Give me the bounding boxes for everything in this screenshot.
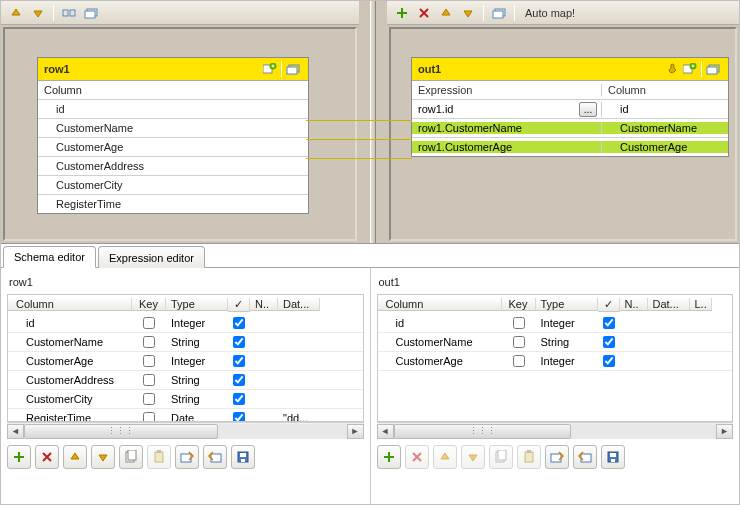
tab-schema-editor[interactable]: Schema editor — [3, 246, 96, 268]
nullable-checkbox[interactable] — [233, 374, 245, 386]
cell-check[interactable] — [228, 374, 250, 386]
tab-expression-editor[interactable]: Expression editor — [98, 246, 205, 268]
grid-row[interactable]: RegisterTimeDate"dd... — [8, 409, 363, 421]
cell-check[interactable] — [228, 412, 250, 421]
expression-cell[interactable]: row1.CustomerName — [412, 122, 602, 134]
cell-type[interactable]: String — [166, 336, 228, 348]
move-down-button[interactable] — [91, 445, 115, 469]
grid-row[interactable]: CustomerAddressString — [8, 371, 363, 390]
cell-check[interactable] — [228, 317, 250, 329]
auto-map-button[interactable]: Auto map! — [521, 7, 579, 19]
cell-key[interactable] — [132, 317, 166, 329]
h-scrollbar[interactable]: ◄ ⋮⋮⋮ ► — [377, 422, 734, 439]
col-dat[interactable]: Dat... — [648, 298, 690, 311]
output-mapping-row[interactable]: row1.id...id — [412, 99, 728, 118]
cell-check[interactable] — [228, 355, 250, 367]
add-column-icon[interactable] — [261, 60, 279, 78]
scroll-thumb[interactable]: ⋮⋮⋮ — [24, 424, 218, 439]
delete-button[interactable] — [35, 445, 59, 469]
cell-key[interactable] — [132, 374, 166, 386]
cell-key[interactable] — [502, 355, 536, 367]
col-dat[interactable]: Dat... — [278, 298, 320, 311]
scroll-track[interactable]: ⋮⋮⋮ — [394, 424, 717, 439]
cell-check[interactable] — [598, 355, 620, 367]
nullable-checkbox[interactable] — [233, 336, 245, 348]
input-column-row[interactable]: id — [38, 99, 308, 118]
expression-cell[interactable]: row1.CustomerAge — [412, 141, 602, 153]
box-restore-icon[interactable] — [284, 60, 302, 78]
key-checkbox[interactable] — [143, 336, 155, 348]
col-column[interactable]: Column — [378, 298, 502, 311]
copy-button[interactable] — [119, 445, 143, 469]
output-mapping-row[interactable]: row1.CustomerNameCustomerName — [412, 118, 728, 137]
cell-type[interactable]: Integer — [536, 317, 598, 329]
cell-check[interactable] — [598, 317, 620, 329]
input-canvas[interactable]: row1 Column idCustomerNameCustomerAgeCus… — [3, 27, 357, 241]
nullable-checkbox[interactable] — [233, 393, 245, 405]
add-button[interactable] — [7, 445, 31, 469]
input-column-row[interactable]: CustomerName — [38, 118, 308, 137]
cell-key[interactable] — [502, 317, 536, 329]
input-column-row[interactable]: CustomerCity — [38, 175, 308, 194]
cell-key[interactable] — [132, 393, 166, 405]
input-column-row[interactable]: RegisterTime — [38, 194, 308, 213]
minimize-icon[interactable] — [60, 4, 78, 22]
cell-key[interactable] — [132, 412, 166, 421]
grid-row[interactable]: CustomerNameString — [8, 333, 363, 352]
cell-type[interactable]: String — [166, 393, 228, 405]
column-cell[interactable]: CustomerName — [602, 122, 728, 134]
cell-type[interactable]: Integer — [166, 317, 228, 329]
cell-key[interactable] — [132, 355, 166, 367]
pane-splitter[interactable] — [359, 1, 387, 243]
key-checkbox[interactable] — [143, 374, 155, 386]
import-button[interactable] — [175, 445, 199, 469]
cell-type[interactable]: Date — [166, 412, 228, 421]
move-down-button[interactable] — [459, 4, 477, 22]
grid-row[interactable]: CustomerCityString — [8, 390, 363, 409]
output-canvas[interactable]: out1 Expression Column row1.id...idrow1.… — [389, 27, 737, 241]
col-l[interactable]: L.. — [690, 298, 712, 311]
output-mapping-row[interactable]: row1.CustomerAgeCustomerAge — [412, 137, 728, 156]
import-button[interactable] — [545, 445, 569, 469]
key-checkbox[interactable] — [513, 317, 525, 329]
column-cell[interactable]: id — [602, 103, 728, 115]
h-scrollbar[interactable]: ◄ ⋮⋮⋮ ► — [7, 422, 364, 439]
output-box-title[interactable]: out1 — [412, 58, 728, 80]
scroll-thumb[interactable]: ⋮⋮⋮ — [394, 424, 571, 439]
key-checkbox[interactable] — [513, 336, 525, 348]
expression-cell[interactable]: row1.id... — [412, 102, 602, 117]
grid-row[interactable]: idInteger — [378, 314, 733, 333]
move-up-button[interactable] — [437, 4, 455, 22]
nullable-checkbox[interactable] — [603, 317, 615, 329]
grid-row[interactable]: CustomerNameString — [378, 333, 733, 352]
restore-icon[interactable] — [82, 4, 100, 22]
cell-type[interactable]: String — [166, 374, 228, 386]
save-button[interactable] — [601, 445, 625, 469]
nullable-checkbox[interactable] — [233, 412, 245, 421]
key-checkbox[interactable] — [143, 412, 155, 421]
grid-row[interactable]: CustomerAgeInteger — [378, 352, 733, 371]
col-column[interactable]: Column — [8, 298, 132, 311]
scroll-right-icon[interactable]: ► — [716, 424, 733, 439]
move-up-button[interactable] — [7, 4, 25, 22]
scroll-left-icon[interactable]: ◄ — [377, 424, 394, 439]
key-checkbox[interactable] — [143, 317, 155, 329]
nullable-checkbox[interactable] — [603, 355, 615, 367]
cell-check[interactable] — [228, 393, 250, 405]
restore-icon[interactable] — [490, 4, 508, 22]
cell-check[interactable] — [598, 336, 620, 348]
add-column-icon[interactable] — [681, 60, 699, 78]
key-checkbox[interactable] — [143, 355, 155, 367]
settings-icon[interactable] — [663, 60, 681, 78]
key-checkbox[interactable] — [513, 355, 525, 367]
col-check[interactable]: ✓ — [598, 298, 620, 312]
move-up-button[interactable] — [63, 445, 87, 469]
nullable-checkbox[interactable] — [233, 317, 245, 329]
nullable-checkbox[interactable] — [233, 355, 245, 367]
col-key[interactable]: Key — [502, 298, 536, 311]
box-restore-icon[interactable] — [704, 60, 722, 78]
move-down-button[interactable] — [29, 4, 47, 22]
add-output-button[interactable] — [393, 4, 411, 22]
key-checkbox[interactable] — [143, 393, 155, 405]
col-type[interactable]: Type — [166, 298, 228, 311]
